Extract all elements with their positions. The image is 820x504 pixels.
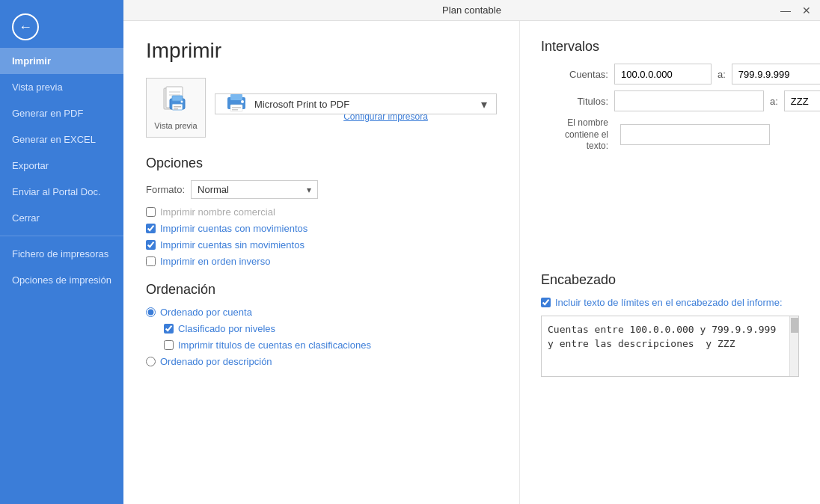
svg-rect-11 bbox=[230, 94, 242, 100]
intervalos-title: Intervalos bbox=[541, 39, 799, 55]
sidebar-item-exportar[interactable]: Exportar bbox=[0, 153, 123, 179]
titulos-from-input[interactable] bbox=[614, 90, 764, 111]
sidebar: ← Imprimir Vista previa Generar en PDF G… bbox=[0, 0, 123, 504]
sidebar-item-vista-previa[interactable]: Vista previa bbox=[0, 74, 123, 100]
sidebar-item-imprimir[interactable]: Imprimir bbox=[0, 48, 123, 74]
checkbox-orden-inverso-label: Imprimir en orden inverso bbox=[160, 256, 270, 267]
back-circle-icon[interactable]: ← bbox=[12, 13, 39, 40]
printer-icon-small bbox=[224, 94, 248, 114]
radio-por-cuenta-label: Ordenado por cuenta bbox=[160, 307, 252, 318]
checkbox-clasificado-niveles[interactable]: Clasificado por niveles bbox=[164, 323, 497, 334]
cuentas-to-input[interactable] bbox=[732, 64, 820, 84]
svg-rect-14 bbox=[232, 109, 238, 111]
opciones-section: Opciones Formato: Normal ▾ Imprimir nomb… bbox=[146, 156, 497, 267]
intervalos-grid: Cuentas: a: Titulos: a: El nombre bbox=[541, 64, 799, 153]
titulos-a-label: a: bbox=[770, 96, 778, 107]
formato-row: Formato: Normal ▾ bbox=[146, 180, 497, 199]
intervalos-section: Intervalos Cuentas: a: Titulos: a: bbox=[541, 39, 799, 153]
checkbox-nombre-comercial-label: Imprimir nombre comercial bbox=[160, 206, 275, 218]
checkbox-titulos-clasificaciones-label: Imprimir títulos de cuentas en clasifica… bbox=[178, 339, 371, 351]
ordenacion-title: Ordenación bbox=[146, 282, 497, 298]
checkbox-clasificado-niveles-input[interactable] bbox=[164, 324, 174, 334]
svg-point-15 bbox=[241, 100, 244, 103]
printer-dropdown-arrow[interactable]: ▾ bbox=[481, 97, 487, 111]
close-button[interactable]: ✕ bbox=[799, 3, 814, 18]
cuentas-from-input[interactable] bbox=[614, 64, 712, 84]
main-area: Plan contable — ✕ Imprimir bbox=[123, 0, 820, 504]
sidebar-item-generar-excel[interactable]: Generar en EXCEL bbox=[0, 126, 123, 153]
ordenacion-section: Ordenación Ordenado por cuenta Clasifica… bbox=[146, 282, 497, 367]
checkbox-orden-inverso-input[interactable] bbox=[146, 256, 156, 266]
sidebar-item-generar-pdf[interactable]: Generar en PDF bbox=[0, 100, 123, 126]
formato-dropdown-arrow: ▾ bbox=[307, 185, 311, 195]
svg-rect-13 bbox=[232, 107, 241, 108]
svg-point-9 bbox=[181, 101, 183, 103]
encabezado-checkbox-input[interactable] bbox=[541, 298, 551, 307]
printer-selector[interactable]: Microsoft Print to PDF ▾ bbox=[215, 93, 497, 114]
nombre-label: El nombre contiene el texto: bbox=[541, 117, 608, 153]
interval-row-titulos: Titulos: a: bbox=[541, 90, 820, 111]
checkbox-titulos-clasificaciones[interactable]: Imprimir títulos de cuentas en clasifica… bbox=[164, 339, 497, 351]
radio-por-cuenta[interactable]: Ordenado por cuenta bbox=[146, 307, 497, 318]
formato-select[interactable]: Normal ▾ bbox=[191, 180, 318, 199]
svg-rect-7 bbox=[174, 106, 181, 108]
encabezado-title: Encabezado bbox=[541, 272, 799, 288]
sidebar-item-enviar-portal[interactable]: Enviar al Portal Doc. bbox=[0, 179, 123, 205]
encabezado-textarea-wrapper: Cuentas entre 100.0.0.000 y 799.9.9.999 … bbox=[541, 316, 799, 377]
svg-rect-8 bbox=[174, 108, 178, 110]
back-arrow-icon: ← bbox=[19, 19, 32, 35]
checkbox-con-movimientos-input[interactable] bbox=[146, 224, 156, 233]
vista-previa-button[interactable]: Vista previa bbox=[146, 78, 206, 138]
sidebar-divider bbox=[0, 236, 123, 236]
encabezado-textarea[interactable]: Cuentas entre 100.0.0.000 y 799.9.9.999 … bbox=[542, 316, 789, 376]
interval-row-cuentas: Cuentas: a: bbox=[541, 64, 820, 84]
checkbox-sin-movimientos-input[interactable] bbox=[146, 240, 156, 250]
radio-por-descripcion-input[interactable] bbox=[146, 357, 156, 366]
window-bar: Plan contable — ✕ bbox=[123, 0, 820, 21]
interval-row-nombre: El nombre contiene el texto: bbox=[541, 117, 820, 153]
titulos-label: Titulos: bbox=[541, 96, 608, 107]
encabezado-checkbox-row[interactable]: Incluir texto de límites en el encabezad… bbox=[541, 297, 799, 308]
formato-value: Normal bbox=[198, 184, 229, 195]
nombre-input[interactable] bbox=[620, 124, 770, 145]
minimize-button[interactable]: — bbox=[778, 3, 793, 18]
scrollbar-track bbox=[789, 316, 798, 376]
checkbox-con-movimientos-label: Imprimir cuentas con movimientos bbox=[160, 223, 308, 234]
radio-por-descripcion-label: Ordenado por descripción bbox=[160, 356, 272, 367]
vista-previa-label: Vista previa bbox=[154, 121, 197, 130]
radio-por-descripcion[interactable]: Ordenado por descripción bbox=[146, 356, 497, 367]
sidebar-item-fichero-impresoras[interactable]: Fichero de impresoras bbox=[0, 241, 123, 267]
checkbox-orden-inverso[interactable]: Imprimir en orden inverso bbox=[146, 256, 497, 267]
right-panel: Intervalos Cuentas: a: Titulos: a: bbox=[520, 21, 820, 504]
printer-name: Microsoft Print to PDF bbox=[254, 99, 481, 110]
encabezado-checkbox-label: Incluir texto de límites en el encabezad… bbox=[555, 297, 783, 308]
checkbox-sin-movimientos[interactable]: Imprimir cuentas sin movimientos bbox=[146, 239, 497, 251]
checkbox-con-movimientos[interactable]: Imprimir cuentas con movimientos bbox=[146, 223, 497, 234]
left-panel: Imprimir bbox=[123, 21, 520, 504]
checkbox-nombre-comercial-input[interactable] bbox=[146, 207, 156, 217]
scrollbar-thumb bbox=[791, 318, 798, 333]
checkbox-sin-movimientos-label: Imprimir cuentas sin movimientos bbox=[160, 239, 305, 251]
printer-section: Vista previa Microsoft Print bbox=[146, 78, 497, 138]
content-area: Imprimir bbox=[123, 21, 820, 504]
checkbox-clasificado-niveles-label: Clasificado por niveles bbox=[178, 323, 275, 334]
back-button[interactable]: ← bbox=[0, 0, 123, 48]
sidebar-item-cerrar[interactable]: Cerrar bbox=[0, 205, 123, 231]
formato-label: Formato: bbox=[146, 184, 185, 195]
checkbox-nombre-comercial[interactable]: Imprimir nombre comercial bbox=[146, 206, 497, 218]
titulos-to-input[interactable] bbox=[784, 90, 820, 111]
cuentas-label: Cuentas: bbox=[541, 69, 608, 80]
window-controls: — ✕ bbox=[778, 3, 814, 18]
window-title: Plan contable bbox=[442, 4, 501, 16]
encabezado-section: Encabezado Incluir texto de límites en e… bbox=[541, 272, 799, 377]
cuentas-a-label: a: bbox=[718, 69, 726, 80]
radio-por-cuenta-input[interactable] bbox=[146, 307, 156, 317]
checkbox-titulos-clasificaciones-input[interactable] bbox=[164, 340, 174, 350]
opciones-title: Opciones bbox=[146, 156, 497, 171]
sidebar-item-opciones-impresion[interactable]: Opciones de impresión bbox=[0, 267, 123, 293]
page-title: Imprimir bbox=[146, 39, 497, 63]
svg-rect-5 bbox=[172, 96, 183, 101]
sub-options: Clasificado por niveles Imprimir títulos… bbox=[164, 323, 497, 351]
vista-previa-icon bbox=[159, 85, 192, 118]
